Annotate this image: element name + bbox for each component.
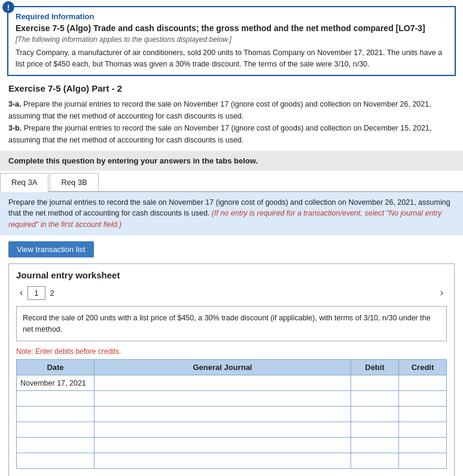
journal-cell-6[interactable] — [95, 453, 351, 469]
debit-input-1[interactable] — [355, 379, 395, 387]
debit-cell-6[interactable] — [351, 453, 399, 469]
exercise-title: Exercise 7-5 (Algo) Trade and cash disco… — [16, 23, 447, 33]
date-cell-6 — [17, 453, 95, 469]
part-title: Exercise 7-5 (Algo) Part - 2 — [8, 83, 455, 93]
table-row — [17, 438, 447, 453]
page-2-num[interactable]: 2 — [50, 289, 54, 298]
journal-input-4[interactable] — [98, 426, 347, 434]
table-row — [17, 453, 447, 469]
worksheet-title: Journal entry worksheet — [16, 270, 447, 280]
next-page-button[interactable]: › — [437, 286, 447, 299]
journal-input-1[interactable] — [98, 379, 347, 387]
current-page[interactable]: 1 — [28, 286, 45, 300]
debit-input-5[interactable] — [355, 441, 395, 450]
journal-table: Date General Journal Debit Credit Novemb… — [16, 359, 447, 469]
date-cell-4 — [17, 422, 95, 438]
credit-cell-5[interactable] — [399, 438, 447, 453]
req3b-text: Prepare the journal entries to record th… — [8, 124, 431, 144]
info-box: ! Required Information Exercise 7-5 (Alg… — [7, 6, 456, 76]
note-text: Note: Enter debits before credits. — [16, 347, 447, 356]
table-row — [17, 407, 447, 422]
journal-cell-1[interactable] — [95, 375, 351, 391]
table-row: November 17, 2021 — [17, 375, 447, 391]
debit-cell-3[interactable] — [351, 407, 399, 422]
info-subtitle: [The following information applies to th… — [16, 35, 447, 44]
col-general-journal: General Journal — [95, 360, 351, 375]
info-description: Tracy Company, a manufacturer of air con… — [16, 47, 447, 70]
date-cell-3 — [17, 407, 95, 422]
journal-cell-5[interactable] — [95, 438, 351, 453]
table-row — [17, 422, 447, 438]
complete-bar: Complete this question by entering your … — [0, 151, 463, 171]
tabs-row: Req 3A Req 3B — [0, 171, 463, 192]
req3a-text: Prepare the journal entries to record th… — [8, 100, 431, 120]
journal-worksheet: Journal entry worksheet ‹ 1 2 › Record t… — [8, 263, 455, 476]
col-date: Date — [17, 360, 95, 375]
journal-input-6[interactable] — [98, 457, 347, 465]
pagination-row: ‹ 1 2 › — [16, 286, 447, 300]
info-icon: ! — [2, 1, 14, 13]
debit-input-4[interactable] — [355, 426, 395, 434]
required-info-label: Required Information — [16, 12, 447, 21]
req3b-label: 3-b. — [8, 124, 22, 132]
record-description: Record the sale of 200 units with a list… — [16, 306, 447, 342]
credit-cell-2[interactable] — [399, 391, 447, 407]
credit-input-6[interactable] — [403, 457, 443, 465]
debit-input-3[interactable] — [355, 410, 395, 419]
debit-cell-1[interactable] — [351, 375, 399, 391]
debit-cell-2[interactable] — [351, 391, 399, 407]
tab-req3a[interactable]: Req 3A — [0, 173, 48, 192]
col-debit: Debit — [351, 360, 399, 375]
credit-input-3[interactable] — [403, 410, 443, 419]
debit-cell-5[interactable] — [351, 438, 399, 453]
col-credit: Credit — [399, 360, 447, 375]
debit-input-6[interactable] — [355, 457, 395, 465]
credit-input-2[interactable] — [403, 395, 443, 403]
credit-input-1[interactable] — [403, 379, 443, 387]
journal-cell-4[interactable] — [95, 422, 351, 438]
credit-input-4[interactable] — [403, 426, 443, 434]
credit-cell-4[interactable] — [399, 422, 447, 438]
journal-input-2[interactable] — [98, 395, 347, 403]
credit-cell-3[interactable] — [399, 407, 447, 422]
journal-cell-3[interactable] — [95, 407, 351, 422]
debit-input-2[interactable] — [355, 395, 395, 403]
date-cell-1: November 17, 2021 — [17, 375, 95, 391]
journal-input-5[interactable] — [98, 441, 347, 450]
journal-cell-2[interactable] — [95, 391, 351, 407]
date-cell-2 — [17, 391, 95, 407]
credit-cell-1[interactable] — [399, 375, 447, 391]
credit-input-5[interactable] — [403, 441, 443, 450]
prev-page-button[interactable]: ‹ — [16, 286, 26, 299]
debit-cell-4[interactable] — [351, 422, 399, 438]
credit-cell-6[interactable] — [399, 453, 447, 469]
view-transaction-button[interactable]: View transaction list — [8, 241, 94, 257]
tab-req3b[interactable]: Req 3B — [50, 173, 98, 191]
instruction-box: Prepare the journal entries to record th… — [0, 192, 463, 235]
req3a-label: 3-a. — [8, 100, 22, 108]
journal-input-3[interactable] — [98, 410, 347, 419]
date-cell-5 — [17, 438, 95, 453]
req-description: 3-a. Prepare the journal entries to reco… — [8, 98, 455, 146]
table-row — [17, 391, 447, 407]
